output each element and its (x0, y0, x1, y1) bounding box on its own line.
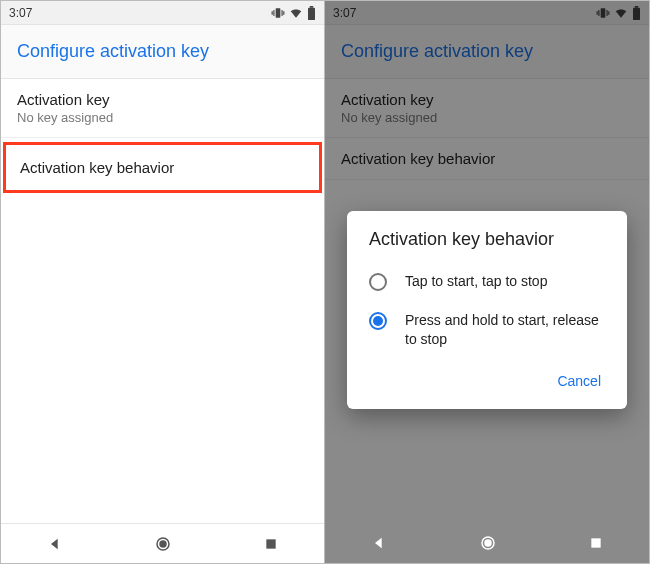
row-activation-key[interactable]: Activation key No key assigned (1, 79, 324, 138)
dialog-actions: Cancel (347, 359, 627, 401)
row-activation-key-behavior[interactable]: Activation key behavior (3, 142, 322, 193)
screenshot-pair: 3:07 Configure activation key Activation… (0, 0, 650, 564)
nav-bar (1, 523, 324, 563)
nav-bar (325, 523, 649, 563)
wifi-icon (289, 6, 303, 20)
svg-rect-2 (282, 10, 283, 16)
row-title: Activation key (17, 91, 308, 108)
cancel-button[interactable]: Cancel (549, 367, 609, 395)
option-label: Press and hold to start, release to stop (405, 311, 605, 349)
row-title: Activation key behavior (20, 159, 305, 176)
battery-icon (307, 6, 316, 20)
svg-rect-5 (308, 7, 315, 19)
radio-icon (369, 273, 387, 291)
svg-rect-3 (272, 11, 273, 15)
nav-recents-icon[interactable] (589, 536, 603, 550)
dialog-activation-key-behavior: Activation key behavior Tap to start, ta… (347, 211, 627, 409)
svg-rect-19 (591, 538, 600, 547)
svg-point-18 (485, 540, 491, 546)
phone-left: 3:07 Configure activation key Activation… (1, 1, 325, 563)
status-bar: 3:07 (1, 1, 324, 25)
nav-back-icon[interactable] (371, 535, 387, 551)
radio-icon (369, 312, 387, 330)
nav-home-icon[interactable] (154, 535, 172, 553)
option-tap-to-start[interactable]: Tap to start, tap to stop (347, 262, 627, 301)
nav-back-icon[interactable] (47, 536, 63, 552)
page-title: Configure activation key (17, 41, 209, 62)
vibrate-icon (271, 6, 285, 20)
svg-rect-0 (276, 8, 281, 17)
nav-home-icon[interactable] (479, 534, 497, 552)
app-bar: Configure activation key (1, 25, 324, 79)
svg-rect-6 (310, 6, 314, 8)
svg-rect-4 (283, 11, 284, 15)
svg-point-8 (160, 541, 166, 547)
row-subtitle: No key assigned (17, 110, 308, 125)
status-time: 3:07 (9, 6, 32, 20)
status-icons (271, 6, 316, 20)
nav-recents-icon[interactable] (264, 537, 278, 551)
phone-right: 3:07 Configure activation key Activation… (325, 1, 649, 563)
option-label: Tap to start, tap to stop (405, 272, 547, 291)
option-press-and-hold[interactable]: Press and hold to start, release to stop (347, 301, 627, 359)
svg-rect-9 (266, 539, 275, 548)
dialog-title: Activation key behavior (347, 229, 627, 262)
empty-content (1, 193, 324, 523)
svg-rect-1 (273, 10, 274, 16)
